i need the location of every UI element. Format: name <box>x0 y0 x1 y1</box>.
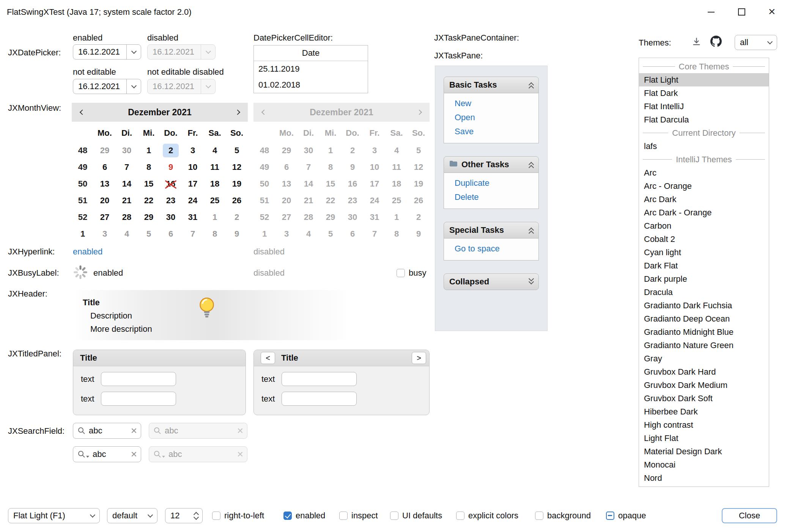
calendar-day[interactable]: 6 <box>275 159 297 176</box>
text-input[interactable] <box>282 372 357 386</box>
theme-item[interactable]: Gray <box>639 352 769 365</box>
close-window-button[interactable]: × <box>757 0 787 24</box>
theme-item[interactable]: Light Flat <box>639 432 769 445</box>
calendar-day[interactable]: 14 <box>116 176 138 192</box>
calendar-day[interactable]: 7 <box>297 159 320 176</box>
theme-item[interactable]: High contrast <box>639 418 769 432</box>
calendar-day[interactable]: 1 <box>386 209 408 226</box>
calendar-day[interactable]: 13 <box>275 176 297 192</box>
calendar-day[interactable]: 3 <box>182 142 204 159</box>
date-picker-dropdown-button[interactable] <box>126 79 141 94</box>
calendar-day[interactable]: 4 <box>204 142 226 159</box>
checkbox-row[interactable]: right-to-left <box>212 508 264 523</box>
calendar-day[interactable]: 29 <box>138 209 160 226</box>
calendar-day[interactable]: 3 <box>364 142 386 159</box>
calendar-day[interactable]: 2 <box>226 209 248 226</box>
checkbox[interactable] <box>283 512 292 520</box>
calendar-day[interactable]: 18 <box>204 176 226 192</box>
calendar-day[interactable]: 1 <box>138 142 160 159</box>
checkbox-row[interactable]: inspect <box>339 508 378 523</box>
calendar-day[interactable]: 10 <box>182 159 204 176</box>
calendar-day[interactable]: 2 <box>342 142 364 159</box>
task-link[interactable]: Delete <box>455 190 538 204</box>
theme-item[interactable]: Arc <box>639 166 769 179</box>
search-menu-icon[interactable] <box>78 450 89 458</box>
calendar-day[interactable]: 5 <box>320 226 342 242</box>
calendar-day[interactable]: 9 <box>226 226 248 242</box>
search-value[interactable]: abc <box>89 426 127 436</box>
calendar-day[interactable]: 8 <box>204 226 226 242</box>
calendar-day[interactable]: 5 <box>408 142 430 159</box>
checkbox[interactable] <box>390 512 398 520</box>
calendar-day[interactable]: 15 <box>138 176 160 192</box>
close-button[interactable]: Close <box>722 508 777 523</box>
checkbox[interactable] <box>212 512 220 520</box>
clear-icon[interactable]: × <box>131 425 137 436</box>
search-value[interactable]: abc <box>93 449 127 459</box>
calendar-day[interactable]: 25 <box>204 192 226 209</box>
text-input[interactable] <box>101 372 176 386</box>
calendar-day[interactable]: 3 <box>94 226 116 242</box>
calendar-day[interactable]: 27 <box>275 209 297 226</box>
theme-item[interactable]: Arc - Orange <box>639 179 769 193</box>
calendar-day[interactable]: 4 <box>116 226 138 242</box>
checkbox[interactable] <box>456 512 464 520</box>
titled-panel-prev-button[interactable]: < <box>261 352 275 364</box>
theme-item[interactable]: Cyan light <box>639 246 769 259</box>
calendar-prev-button[interactable] <box>72 103 91 122</box>
calendar-day[interactable]: 22 <box>138 192 160 209</box>
table-cell[interactable]: 25.11.2019 <box>254 61 368 77</box>
theme-item[interactable]: Dark Flat <box>639 259 769 272</box>
taskpane-header[interactable]: Special Tasks <box>444 222 539 239</box>
theme-item[interactable]: Gradianto Dark Fuchsia <box>639 299 769 312</box>
theme-item[interactable]: Arc Dark <box>639 193 769 206</box>
calendar-day[interactable]: 7 <box>182 226 204 242</box>
calendar-day[interactable]: 6 <box>94 159 116 176</box>
checkbox-row[interactable]: enabled <box>283 508 325 523</box>
calendar-day[interactable]: 21 <box>297 192 320 209</box>
github-button[interactable] <box>709 34 723 49</box>
titled-panel-next-button[interactable]: > <box>412 352 426 364</box>
task-link[interactable]: Open <box>455 110 538 124</box>
font-size-spinner[interactable]: 12 <box>165 508 203 523</box>
calendar-day[interactable]: 31 <box>182 209 204 226</box>
calendar-day[interactable]: 5 <box>138 226 160 242</box>
theme-list[interactable]: Core ThemesFlat LightFlat DarkFlat Intel… <box>639 58 769 487</box>
theme-item[interactable]: Dark purple <box>639 272 769 286</box>
calendar-day[interactable]: 17 <box>182 176 204 192</box>
calendar-day[interactable]: 11 <box>204 159 226 176</box>
calendar-day[interactable]: 26 <box>408 192 430 209</box>
theme-item[interactable]: Gruvbox Dark Medium <box>639 378 769 392</box>
calendar-day[interactable]: 24 <box>182 192 204 209</box>
task-link[interactable]: New <box>455 96 538 110</box>
minimize-button[interactable] <box>696 0 726 24</box>
calendar-day[interactable]: 9 <box>342 159 364 176</box>
theme-item[interactable]: Monocai <box>639 458 769 471</box>
calendar-day[interactable]: 29 <box>275 142 297 159</box>
text-input[interactable] <box>101 392 176 406</box>
calendar-day[interactable]: 16 <box>342 176 364 192</box>
taskpane-header[interactable]: Other Tasks <box>444 156 539 173</box>
taskpane-header[interactable]: Collapsed <box>444 273 539 290</box>
calendar-day[interactable]: 7 <box>116 159 138 176</box>
calendar-day[interactable]: 20 <box>275 192 297 209</box>
combo-dropdown-button[interactable] <box>763 35 777 50</box>
calendar-day[interactable]: 3 <box>275 226 297 242</box>
search-field-with-menu[interactable]: abc × <box>73 446 141 462</box>
calendar-day[interactable]: 9 <box>160 159 182 176</box>
theme-item[interactable]: Cobalt 2 <box>639 232 769 246</box>
calendar-day[interactable]: 18 <box>386 176 408 192</box>
theme-item[interactable]: Flat Dark <box>639 86 769 100</box>
calendar-day[interactable]: 30 <box>116 142 138 159</box>
date-picker-not-editable[interactable]: 16.12.2021 <box>73 79 141 94</box>
calendar-day[interactable]: 30 <box>160 209 182 226</box>
theme-item[interactable]: Arc Dark - Orange <box>639 206 769 219</box>
theme-item[interactable]: Gradianto Deep Ocean <box>639 312 769 325</box>
calendar-day[interactable]: 29 <box>94 142 116 159</box>
calendar-day[interactable]: 10 <box>364 159 386 176</box>
download-theme-button[interactable] <box>689 34 704 49</box>
calendar-day[interactable]: 25 <box>386 192 408 209</box>
combo-dropdown-button[interactable] <box>85 508 99 523</box>
calendar-day[interactable]: 6 <box>160 226 182 242</box>
calendar-day[interactable]: 28 <box>116 209 138 226</box>
